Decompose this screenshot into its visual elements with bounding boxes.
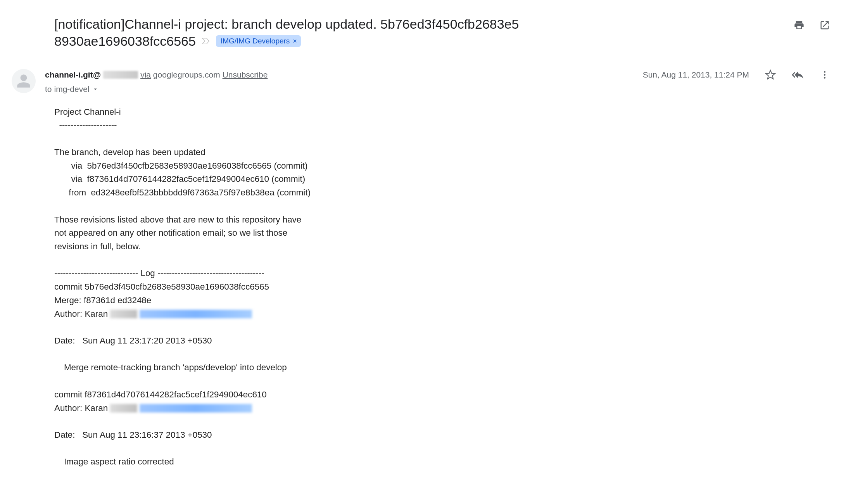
print-icon[interactable] (793, 19, 805, 31)
more-menu-icon[interactable] (819, 69, 830, 81)
sender-name: channel-i.git@ (45, 69, 101, 80)
star-icon[interactable] (765, 69, 776, 81)
open-new-window-icon[interactable] (819, 19, 830, 31)
sender-block: channel-i.git@ via googlegroups.com Unsu… (45, 69, 634, 93)
unsubscribe-link[interactable]: Unsubscribe (223, 69, 268, 80)
body-line: ----------------------------- Log ------… (54, 268, 264, 278)
email-body: Project Channel-i -------------------- T… (12, 105, 830, 469)
author-surname-redacted (110, 310, 137, 318)
email-header: [notification]Channel-i project: branch … (12, 16, 830, 50)
reply-all-icon[interactable] (792, 69, 803, 81)
body-line: Date: Sun Aug 11 23:16:37 2013 +0530 (54, 430, 212, 440)
email-date: Sun, Aug 11, 2013, 11:24 PM (643, 70, 749, 79)
author-email-redacted (140, 404, 252, 413)
to-recipient: img-devel (54, 85, 90, 94)
body-line: not appeared on any other notification e… (54, 228, 287, 238)
body-line-author1: Author: Karan (54, 307, 110, 321)
meta-right: Sun, Aug 11, 2013, 11:24 PM (643, 69, 830, 81)
body-line: commit 5b76ed3f450cfb2683e58930ae1696038… (54, 282, 269, 292)
chevron-down-icon[interactable] (92, 86, 99, 93)
body-line: Project Channel-i (54, 107, 121, 117)
label-remove-icon[interactable]: × (293, 38, 297, 45)
sender-domain-redacted (103, 71, 138, 79)
body-line: -------------------- (54, 120, 117, 130)
body-line-author2: Author: Karan (54, 402, 110, 415)
to-prefix: to (45, 85, 52, 94)
body-line: from ed3248eefbf523bbbbdd9f67363a75f97e8… (54, 188, 311, 197)
svg-point-0 (824, 71, 825, 73)
body-line: Merge: f87361d ed3248e (54, 295, 151, 305)
body-line: The branch, develop has been updated (54, 147, 205, 157)
recipients-line[interactable]: to img-devel (45, 85, 634, 94)
author-surname-redacted (110, 404, 137, 413)
email-viewer: [notification]Channel-i project: branch … (0, 0, 846, 469)
body-line: Image aspect ratio corrected (54, 457, 174, 466)
header-actions (793, 16, 830, 31)
via-domain: googlegroups.com (151, 70, 220, 79)
sender-line: channel-i.git@ via googlegroups.com Unsu… (45, 69, 634, 80)
avatar[interactable] (12, 69, 36, 93)
svg-point-1 (824, 74, 825, 76)
email-meta: channel-i.git@ via googlegroups.com Unsu… (12, 69, 830, 93)
body-line: commit f87361d4d7076144282fac5cef1f29490… (54, 390, 267, 399)
svg-point-2 (824, 77, 825, 79)
body-line: Date: Sun Aug 11 23:17:20 2013 +0530 (54, 336, 212, 345)
label-chip-text: IMG/IMG Developers (221, 37, 290, 45)
body-line: revisions in full, below. (54, 242, 141, 251)
body-line: Merge remote-tracking branch 'apps/devel… (54, 362, 287, 372)
body-line: via f87361d4d7076144282fac5cef1f2949004e… (54, 174, 305, 184)
body-line: Those revisions listed above that are ne… (54, 215, 301, 224)
important-marker-icon[interactable] (200, 37, 211, 45)
subject-line2: 8930ae1696038fcc6565 (54, 33, 196, 50)
subject-line1: [notification]Channel-i project: branch … (54, 16, 551, 33)
author-email-redacted (140, 310, 252, 318)
label-chip[interactable]: IMG/IMG Developers × (216, 35, 301, 47)
via-text: via (140, 70, 151, 79)
subject-area: [notification]Channel-i project: branch … (54, 16, 786, 50)
body-line: via 5b76ed3f450cfb2683e58930ae1696038fcc… (54, 161, 308, 171)
